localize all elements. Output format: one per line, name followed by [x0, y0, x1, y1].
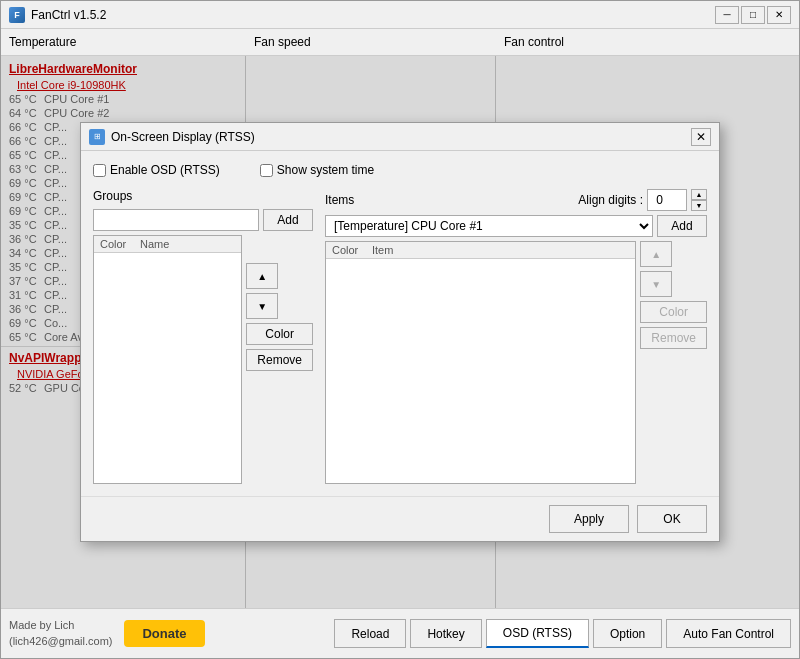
column-headers: Temperature Fan speed Fan control [1, 29, 799, 56]
close-button[interactable]: ✕ [767, 6, 791, 24]
bottom-bar: Made by Lich (lich426@gmail.com) Donate … [1, 608, 799, 658]
spinner-buttons: ▲ ▼ [691, 189, 707, 211]
dialog-icon: ⊞ [89, 129, 105, 145]
dialog-top-options: Enable OSD (RTSS) Show system time [93, 163, 707, 177]
osd-dialog: ⊞ On-Screen Display (RTSS) ✕ Enable OSD … [80, 122, 720, 542]
temperature-header: Temperature [1, 33, 246, 51]
ok-button[interactable]: OK [637, 505, 707, 533]
title-bar: F FanCtrl v1.5.2 ─ □ ✕ [1, 1, 799, 29]
groups-label: Groups [93, 189, 313, 203]
items-dropdown[interactable]: [Temperature] CPU Core #1 [325, 215, 653, 237]
groups-color-button[interactable]: Color [246, 323, 313, 345]
enable-osd-checkbox-label[interactable]: Enable OSD (RTSS) [93, 163, 220, 177]
main-area: LibreHardwareMonitor Intel Core i9-10980… [1, 56, 799, 608]
enable-osd-checkbox[interactable] [93, 164, 106, 177]
groups-up-button[interactable]: ▲ [246, 263, 278, 289]
items-panel: Items Align digits : ▲ ▼ [325, 189, 707, 484]
items-label: Items [325, 193, 354, 207]
groups-color-col: Color [100, 238, 140, 250]
items-down-button[interactable]: ▼ [640, 271, 672, 297]
dialog-bottom-buttons: Apply OK [81, 496, 719, 541]
groups-input-row: Add [93, 209, 313, 231]
fan-speed-header: Fan speed [246, 33, 496, 51]
groups-add-button[interactable]: Add [263, 209, 313, 231]
spinner-down-button[interactable]: ▼ [691, 200, 707, 211]
items-item-col: Item [372, 244, 629, 256]
items-remove-button[interactable]: Remove [640, 327, 707, 349]
minimize-button[interactable]: ─ [715, 6, 739, 24]
bottom-buttons: Reload Hotkey OSD (RTSS) Option Auto Fan… [334, 619, 791, 648]
window-title: FanCtrl v1.5.2 [31, 8, 715, 22]
dialog-panels: Groups Add Color Name [93, 189, 707, 484]
groups-remove-button[interactable]: Remove [246, 349, 313, 371]
fan-control-header: Fan control [496, 33, 799, 51]
items-color-button[interactable]: Color [640, 301, 707, 323]
show-system-time-label: Show system time [277, 163, 374, 177]
donate-button[interactable]: Donate [124, 620, 204, 647]
items-up-button[interactable]: ▲ [640, 241, 672, 267]
enable-osd-label: Enable OSD (RTSS) [110, 163, 220, 177]
hotkey-button[interactable]: Hotkey [410, 619, 481, 648]
groups-list-header: Color Name [94, 236, 241, 253]
maximize-button[interactable]: □ [741, 6, 765, 24]
items-add-button[interactable]: Add [657, 215, 707, 237]
groups-name-col: Name [140, 238, 235, 250]
dialog-title: On-Screen Display (RTSS) [111, 130, 691, 144]
title-bar-controls: ─ □ ✕ [715, 6, 791, 24]
items-color-col: Color [332, 244, 372, 256]
made-by-text: Made by Lich [9, 618, 112, 633]
items-dropdown-row: [Temperature] CPU Core #1 Add [325, 215, 707, 237]
items-side-buttons: ▲ ▼ Color Remove [640, 241, 707, 484]
made-by-section: Made by Lich (lich426@gmail.com) [9, 618, 116, 649]
items-list-header: Color Item [326, 242, 635, 259]
align-digits-label: Align digits : [578, 193, 643, 207]
groups-down-button[interactable]: ▼ [246, 293, 278, 319]
app-icon: F [9, 7, 25, 23]
groups-list-box[interactable]: Color Name [93, 235, 242, 484]
show-system-time-checkbox[interactable] [260, 164, 273, 177]
align-digits-row: Align digits : ▲ ▼ [578, 189, 707, 211]
dialog-content: Enable OSD (RTSS) Show system time G [81, 151, 719, 496]
spinner-up-button[interactable]: ▲ [691, 189, 707, 200]
reload-button[interactable]: Reload [334, 619, 406, 648]
autofan-button[interactable]: Auto Fan Control [666, 619, 791, 648]
dialog-overlay: ⊞ On-Screen Display (RTSS) ✕ Enable OSD … [1, 56, 799, 608]
apply-button[interactable]: Apply [549, 505, 629, 533]
items-top-row: Items Align digits : ▲ ▼ [325, 189, 707, 211]
groups-input[interactable] [93, 209, 259, 231]
osd-button[interactable]: OSD (RTSS) [486, 619, 589, 648]
groups-panel: Groups Add Color Name [93, 189, 313, 484]
email-text: (lich426@gmail.com) [9, 634, 112, 649]
show-system-time-checkbox-label[interactable]: Show system time [260, 163, 374, 177]
main-content: Temperature Fan speed Fan control LibreH… [1, 29, 799, 608]
main-window: F FanCtrl v1.5.2 ─ □ ✕ Temperature Fan s… [0, 0, 800, 659]
dialog-title-bar: ⊞ On-Screen Display (RTSS) ✕ [81, 123, 719, 151]
groups-side-buttons: ▲ ▼ Color Remove [246, 235, 313, 484]
items-list-box[interactable]: Color Item [325, 241, 636, 484]
dialog-close-button[interactable]: ✕ [691, 128, 711, 146]
option-button[interactable]: Option [593, 619, 662, 648]
align-digits-input[interactable] [647, 189, 687, 211]
